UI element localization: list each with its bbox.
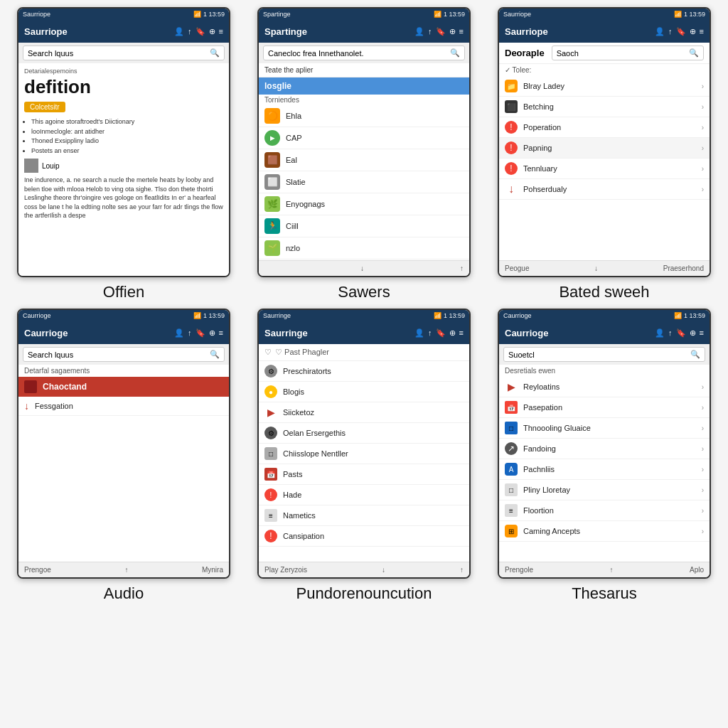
player-item[interactable]: ! Hade — [259, 485, 469, 505]
player-item[interactable]: ≡ Nametics — [259, 505, 469, 526]
share-icon-5[interactable]: ⊕ — [449, 328, 456, 338]
phone-bated: Saurriope 📶 1 13:59 Saurriope 👤 ↑ 🔖 ⊕ ≡ — [498, 7, 711, 277]
menu-icon-3[interactable]: ≡ — [700, 27, 704, 36]
thesaurus-item[interactable]: □ Pliny Lloretay › — [499, 480, 710, 500]
player-item[interactable]: ▶ Siicketoz — [259, 402, 469, 423]
phone-audio-container: Caurrioge 📶 1 13:59 Caurrioge 👤 ↑ 🔖 ⊕ ≡ — [7, 309, 240, 603]
bottom-left-6[interactable]: Prengole — [505, 566, 533, 574]
user-icon-3[interactable]: 👤 — [655, 27, 665, 36]
phone-pundore: Saurringe 📶 1 13:59 Saurringe 👤 ↑ 🔖 ⊕ ≡ — [257, 309, 471, 579]
search-icon-4: 🔍 — [210, 350, 220, 359]
list-item[interactable]: ⬜ Slatie — [259, 171, 469, 193]
nav-3[interactable]: ↓ — [594, 264, 598, 272]
podcast-item[interactable]: ↓ Fessgation — [18, 397, 229, 416]
player-item[interactable]: □ Chiisslope Nentller — [259, 444, 469, 464]
bookmark-icon-4[interactable]: 🔖 — [196, 328, 205, 338]
thesaurus-item[interactable]: A Pachnliis › — [499, 459, 710, 480]
share-icon-3[interactable]: ⊕ — [690, 27, 696, 36]
player-item[interactable]: ⚙ Oelan Ersergethis — [259, 423, 469, 444]
nav-down-2[interactable]: ↓ — [360, 264, 364, 272]
app-icon-ciill: 🏃 — [264, 218, 280, 234]
section-label: Torniendes — [259, 95, 469, 105]
player-item[interactable]: ! Cansipation — [259, 526, 469, 547]
settings-item[interactable]: ↓ Pohserdualy › — [499, 179, 710, 200]
list-item[interactable]: 🟫 Eal — [259, 149, 469, 171]
settings-item[interactable]: ⬛ Betching › — [499, 97, 710, 117]
thesaurus-item[interactable]: ≡ Floortion › — [499, 500, 710, 521]
nav-up-5[interactable]: ↑ — [460, 566, 464, 574]
app-bar-title-2: Spartinge — [264, 26, 307, 37]
selected-app[interactable]: losgIie — [259, 77, 469, 95]
share-icon-6[interactable]: ⊕ — [690, 328, 696, 338]
selected-podcast[interactable]: Chaoctand — [18, 377, 229, 397]
user-icon-6[interactable]: 👤 — [655, 328, 665, 338]
thesaurus-item[interactable]: □ Thnoooling Gluaice › — [499, 418, 710, 439]
share-icon-2[interactable]: ⊕ — [449, 27, 456, 36]
settings-item[interactable]: ! Poperation › — [499, 117, 710, 138]
floortion-icon: ≡ — [505, 504, 518, 517]
menu-icon-2[interactable]: ≡ — [459, 27, 464, 36]
menu-icon-5[interactable]: ≡ — [459, 328, 464, 337]
bookmark-icon-2[interactable]: 🔖 — [436, 27, 446, 36]
share-icon[interactable]: ⊕ — [209, 27, 215, 36]
search-input-2[interactable]: Canecloc frea Innethanolet. 🔍 — [263, 46, 465, 60]
upload-icon-5[interactable]: ↑ — [428, 328, 432, 337]
pohserdualy-icon: ↓ — [505, 183, 518, 196]
upload-icon-6[interactable]: ↑ — [668, 328, 673, 337]
bottom-left-4[interactable]: Prengoe — [24, 566, 51, 574]
search-input-6[interactable]: Suoetcl 🔍 — [503, 347, 705, 362]
bookmark-icon[interactable]: 🔖 — [196, 27, 205, 36]
bookmark-icon-6[interactable]: 🔖 — [676, 328, 686, 338]
user-icon-5[interactable]: 👤 — [414, 328, 424, 338]
nav-4[interactable]: ↑ — [124, 566, 128, 574]
app-name-6: Caurrioge — [503, 312, 532, 319]
app-bar-icons-1: 👤 ↑ 🔖 ⊕ ≡ — [174, 27, 223, 36]
bated-search[interactable]: Saoch 🔍 — [552, 46, 704, 60]
settings-item-highlighted[interactable]: ! Papning › — [499, 138, 710, 159]
list-item[interactable]: 🌿 Enyognags — [259, 193, 469, 215]
upload-icon-2[interactable]: ↑ — [428, 27, 432, 36]
list-item[interactable]: 🟠 Ehla — [259, 105, 469, 127]
bookmark-icon-3[interactable]: 🔖 — [676, 27, 686, 36]
upload-icon-4[interactable]: ↑ — [188, 328, 192, 337]
definition-btn[interactable]: Colcetsitr — [24, 102, 65, 112]
phone-thesarus: Caurrioge 📶 1 13:59 Caurrioge 👤 ↑ 🔖 ⊕ ≡ — [498, 309, 711, 579]
upload-icon-3[interactable]: ↑ — [668, 27, 673, 36]
bated-section: ✓ Tolee: — [499, 64, 710, 76]
nav-6[interactable]: ↑ — [610, 566, 614, 574]
search-input-4[interactable]: Search lquus 🔍 — [23, 347, 225, 362]
thesaurus-item[interactable]: ↗ Fandoing › — [499, 439, 710, 459]
settings-item[interactable]: 📁 Blray Ladey › — [499, 76, 710, 97]
list-item[interactable]: 🏃 Ciill — [259, 215, 469, 237]
user-icon-2[interactable]: 👤 — [414, 27, 424, 36]
list-item[interactable]: ▶ CAP — [259, 127, 469, 149]
label-sawers: Sawers — [338, 283, 390, 301]
bottom-left-3[interactable]: Peogue — [505, 264, 529, 272]
app-bar-title-5: Saurringe — [264, 328, 308, 338]
thesaurus-item[interactable]: ▶ Reyloatins › — [499, 377, 710, 397]
search-input-1[interactable]: Search lquus 🔍 — [23, 46, 225, 60]
settings-item[interactable]: ! Tennluary › — [499, 159, 710, 179]
papning-label: Papning — [523, 144, 552, 152]
menu-icon[interactable]: ≡ — [219, 27, 223, 36]
nav-up-2[interactable]: ↑ — [460, 264, 464, 272]
bookmark-icon-5[interactable]: 🔖 — [436, 328, 446, 338]
player-item[interactable]: ● Blogis — [259, 382, 469, 402]
status-bar-3: Saurriope 📶 1 13:59 — [499, 9, 710, 20]
phone-thesarus-container: Caurrioge 📶 1 13:59 Caurrioge 👤 ↑ 🔖 ⊕ ≡ — [488, 309, 721, 603]
thesaurus-item[interactable]: 📅 Pasepation › — [499, 397, 710, 418]
nav-5[interactable]: ↓ — [382, 566, 385, 574]
thesaurus-item[interactable]: ⊞ Caming Ancepts › — [499, 521, 710, 542]
player-item[interactable]: 📅 Pasts — [259, 464, 469, 485]
upload-icon[interactable]: ↑ — [188, 27, 192, 36]
bottom-left-5[interactable]: Play Zeryzois — [264, 566, 307, 574]
player-item[interactable]: ⚙ Preschiratorts — [259, 361, 469, 382]
share-icon-4[interactable]: ⊕ — [209, 328, 215, 338]
menu-icon-4[interactable]: ≡ — [219, 328, 223, 337]
user-icon[interactable]: 👤 — [174, 27, 184, 36]
betching-label: Betching — [523, 102, 554, 111]
user-icon-4[interactable]: 👤 — [174, 328, 184, 338]
phone-offien: Saurriope 📶 1 13:59 Saurriope 👤 ↑ 🔖 ⊕ ≡ — [17, 7, 230, 277]
menu-icon-6[interactable]: ≡ — [700, 328, 704, 337]
list-item[interactable]: 🌱 nzlo — [259, 237, 469, 259]
